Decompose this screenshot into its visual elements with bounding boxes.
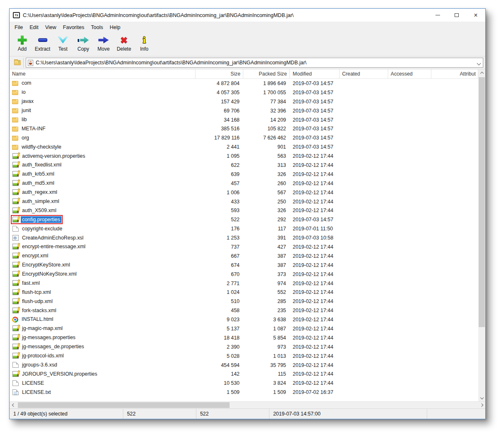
table-row[interactable]: auth_simple.xml 433 250 2019-02-12 17:44 xyxy=(10,197,478,206)
file-name: flush-tcp.xml xyxy=(21,289,52,296)
file-packed-size: 567 xyxy=(243,190,290,196)
address-dropdown-button[interactable] xyxy=(477,59,481,66)
table-row[interactable]: io 4 057 305 1 700 055 2019-07-03 14:57 xyxy=(10,88,478,97)
column-header-name[interactable]: Name xyxy=(10,69,196,78)
maximize-button[interactable] xyxy=(447,9,466,22)
table-row[interactable]: wildfly-checkstyle 2 441 901 2019-07-03 … xyxy=(10,142,478,152)
table-row[interactable]: flush-udp.xml 510 285 2019-02-12 17:44 xyxy=(10,297,478,306)
table-row[interactable]: EncryptNoKeyStore.xml 670 373 2019-02-12… xyxy=(10,270,478,279)
table-row[interactable]: auth_krb5.xml 639 326 2019-02-12 17:44 xyxy=(10,170,478,179)
file-packed-size: 427 xyxy=(243,244,290,250)
scroll-down-button[interactable] xyxy=(478,393,485,401)
table-row[interactable]: auth_md5.xml 457 260 2019-02-12 17:44 xyxy=(10,179,478,188)
7zip-app-icon: 7z xyxy=(13,12,20,18)
column-header-accessed[interactable]: Accessed xyxy=(388,69,431,78)
file-name: javax xyxy=(20,98,35,105)
file-size: 1 006 xyxy=(196,190,243,196)
table-row[interactable]: org 17 829 116 7 626 462 2019-07-03 14:5… xyxy=(10,133,478,142)
scroll-right-button[interactable] xyxy=(477,402,485,408)
menu-item[interactable]: Tools xyxy=(88,23,106,32)
table-row[interactable]: INSTALL.html 9 023 3 638 2019-02-12 17:4… xyxy=(10,315,478,324)
toolbar: Add Extract Test Copy Move xyxy=(10,33,485,56)
column-header-modified[interactable]: Modified xyxy=(290,69,340,78)
table-row[interactable]: auth_fixedlist.xml 622 313 2019-02-12 17… xyxy=(10,161,478,170)
horizontal-scroll-thumb[interactable] xyxy=(18,402,230,408)
minimize-button[interactable] xyxy=(428,9,447,22)
table-row[interactable]: lib 34 168 14 209 2019-07-03 14:57 xyxy=(10,115,478,125)
column-header-created[interactable]: Created xyxy=(340,69,388,78)
scroll-up-button[interactable] xyxy=(478,69,485,77)
file-size: 10 530 xyxy=(196,380,243,386)
table-row[interactable]: com 4 872 804 1 896 649 2019-07-03 14:57 xyxy=(10,79,478,88)
move-arrow-icon xyxy=(98,37,109,44)
info-button[interactable]: Info xyxy=(134,34,154,52)
menu-item[interactable]: Help xyxy=(106,23,124,32)
file-modified: 2019-02-12 17:44 xyxy=(290,371,340,377)
menu-item[interactable]: File xyxy=(11,23,26,32)
delete-button[interactable]: Delete xyxy=(114,34,134,52)
file-size: 2 390 xyxy=(196,344,243,350)
file-name: jg-protocol-ids.xml xyxy=(21,352,65,359)
vertical-scrollbar[interactable] xyxy=(478,69,485,401)
table-row[interactable]: EncryptKeyStore.xml 674 387 2019-02-12 1… xyxy=(10,261,478,270)
table-row[interactable]: auth_X509.xml 593 326 2019-02-12 17:44 xyxy=(10,206,478,215)
table-row[interactable]: activemq-version.properties 1 095 563 20… xyxy=(10,152,478,161)
add-button[interactable]: Add xyxy=(12,34,32,52)
file-packed-size: 326 xyxy=(243,208,290,213)
folder-icon xyxy=(12,90,18,95)
doc-edit-icon xyxy=(12,280,19,286)
address-combobox[interactable]: C:\Users\astanly\IdeaProjects\BNGAdminIn… xyxy=(26,58,483,68)
table-row[interactable]: LICENSE 10 530 3 824 2019-02-12 17:44 xyxy=(10,379,478,388)
file-packed-size: 973 xyxy=(243,344,290,350)
table-row[interactable]: copyright-exclude 176 117 2019-07-01 11:… xyxy=(10,224,478,233)
file-name: LICENSE.txt xyxy=(21,389,52,396)
status-bar: 1 / 49 object(s) selected 522 522 2019-0… xyxy=(10,408,485,419)
scroll-left-button[interactable] xyxy=(10,402,17,408)
table-row[interactable]: flush-tcp.xml 1 024 552 2019-02-12 17:44 xyxy=(10,288,478,297)
table-row[interactable]: jg-messages.properties 18 418 5 854 2019… xyxy=(10,333,478,342)
test-button[interactable]: Test xyxy=(53,34,73,52)
file-packed-size: 14 209 xyxy=(243,117,290,123)
menu-item[interactable]: Favorites xyxy=(60,23,88,32)
table-row[interactable]: javax 157 429 77 384 2019-07-03 14:57 xyxy=(10,97,478,106)
file-name: config.properties xyxy=(21,216,61,223)
table-row[interactable]: JGROUPS_VERSION.properties 142 115 2019-… xyxy=(10,370,478,379)
delete-x-icon xyxy=(120,36,128,45)
parent-folder-button[interactable] xyxy=(11,58,24,68)
horizontal-scrollbar[interactable] xyxy=(10,401,485,408)
extract-button[interactable]: Extract xyxy=(32,34,53,52)
file-modified: 2019-02-12 17:44 xyxy=(290,171,340,177)
column-header-packed-size[interactable]: Packed Size xyxy=(243,69,290,78)
horizontal-scroll-track[interactable] xyxy=(17,402,477,408)
table-row[interactable]: META-INF 385 516 105 822 2019-07-03 14:5… xyxy=(10,124,478,133)
menu-item[interactable]: Edit xyxy=(26,23,42,32)
file-name: copyright-exclude xyxy=(21,225,64,232)
table-row[interactable]: jgroups-3.6.xsd 454 594 35 795 2019-02-1… xyxy=(10,361,478,370)
table-row[interactable]: encrypt-entire-message.xml 737 427 2019-… xyxy=(10,242,478,252)
table-row[interactable]: auth_regex.xml 1 006 567 2019-02-12 17:4… xyxy=(10,188,478,197)
table-row[interactable]: fast.xml 2 771 974 2019-02-12 17:44 xyxy=(10,279,478,288)
column-header-attributes[interactable]: Attribut xyxy=(431,69,478,78)
table-row[interactable]: CreateAdminEchoResp.xsl 1 253 391 2019-0… xyxy=(10,233,478,242)
column-header-size[interactable]: Size xyxy=(196,69,243,78)
table-row[interactable]: fork-stacks.xml 458 235 2019-02-12 17:44 xyxy=(10,306,478,315)
doc-edit-icon xyxy=(12,371,19,377)
file-packed-size: 250 xyxy=(243,199,290,205)
table-row[interactable]: jg-messages_de.properties 2 390 973 2019… xyxy=(10,342,478,352)
close-button[interactable]: × xyxy=(466,9,485,22)
table-row[interactable]: jg-protocol-ids.xml 5 028 1 013 2019-02-… xyxy=(10,352,478,361)
move-button[interactable]: Move xyxy=(93,34,114,52)
table-row[interactable]: jg-magic-map.xml 5 137 1 087 2019-02-12 … xyxy=(10,324,478,333)
file-size: 674 xyxy=(196,262,243,268)
table-row[interactable]: encrypt.xml 667 387 2019-02-12 17:44 xyxy=(10,252,478,261)
file-size: 18 418 xyxy=(196,335,243,341)
vertical-scroll-thumb[interactable] xyxy=(479,77,485,327)
menu-item[interactable]: View xyxy=(42,23,60,32)
table-row[interactable]: junit 69 706 32 396 2019-07-03 14:57 xyxy=(10,106,478,115)
vertical-scroll-track[interactable] xyxy=(478,77,485,393)
copy-button[interactable]: Copy xyxy=(73,34,93,52)
file-name: META-INF xyxy=(20,125,47,132)
table-row[interactable]: LICENSE.txt 1 509 1 509 2019-07-02 16:37 xyxy=(10,388,478,397)
table-row[interactable]: config.properties 522 292 2019-07-03 14:… xyxy=(10,215,478,224)
file-size: 593 xyxy=(196,208,243,213)
